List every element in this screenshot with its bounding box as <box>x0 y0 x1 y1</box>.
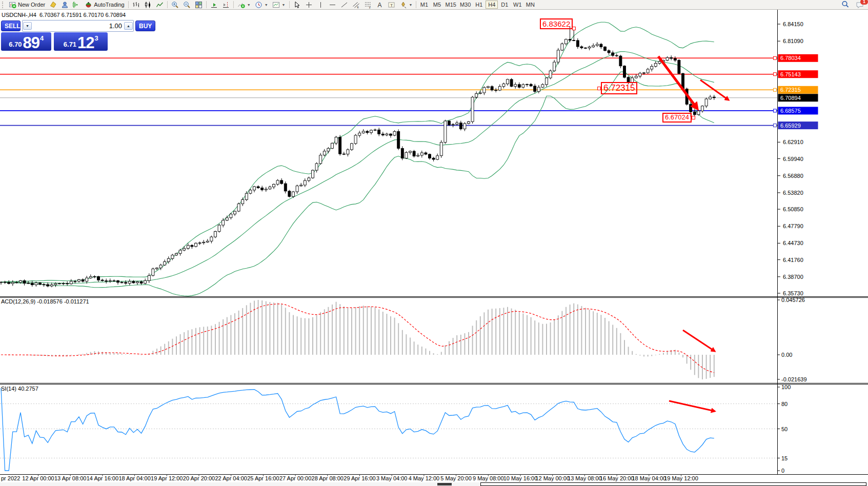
text-tool-button[interactable]: A <box>374 1 386 9</box>
timeframe-button-H4[interactable]: H4 <box>486 1 498 9</box>
buy-price[interactable]: 6.71123 <box>54 32 108 51</box>
symbol-ohlc-line: USDCNH-,H4 6.70367 6.71591 6.70170 6.708… <box>2 12 126 18</box>
volume-increase-button[interactable]: ▲ <box>124 22 133 30</box>
buy-button[interactable]: BUY <box>135 21 155 31</box>
candlestick-chart-icon <box>144 1 152 9</box>
timeframe-button-M5[interactable]: M5 <box>431 1 443 9</box>
svg-text:18 Apr 04:00: 18 Apr 04:00 <box>118 475 150 481</box>
svg-text:6.62910: 6.62910 <box>783 139 803 145</box>
volume-input[interactable] <box>32 22 124 30</box>
toolbar-grip[interactable] <box>2 2 5 8</box>
flag-anchor <box>597 87 601 90</box>
tile-windows-button[interactable] <box>193 1 205 9</box>
horizontal-line-tool-button[interactable] <box>327 1 338 9</box>
timeframe-button-H1[interactable]: H1 <box>473 1 485 9</box>
timeframe-button-M30[interactable]: M30 <box>458 1 472 9</box>
svg-text:pr 2022: pr 2022 <box>1 475 20 481</box>
svg-text:6.84150: 6.84150 <box>783 21 803 27</box>
clock-icon <box>255 1 263 9</box>
timeframe-button-D1[interactable]: D1 <box>498 1 511 9</box>
rsi-indicator-label: SI(14) 40.2757 <box>1 386 38 392</box>
sell-price-big: 89 <box>23 36 39 50</box>
svg-text:6.50850: 6.50850 <box>783 206 803 212</box>
svg-text:6.75143: 6.75143 <box>780 71 801 77</box>
chart-shift-button[interactable] <box>220 1 232 9</box>
toolbar-separator <box>416 1 416 8</box>
text-label-icon: T <box>388 1 395 9</box>
flag-anchor <box>572 27 576 30</box>
toolbar-separator <box>128 1 129 8</box>
svg-text:15: 15 <box>781 455 788 461</box>
timeframe-button-W1[interactable]: W1 <box>511 1 523 9</box>
chevron-down-icon: ▼ <box>282 3 286 7</box>
metaeditor-button[interactable] <box>47 1 59 9</box>
crosshair-tool-button[interactable] <box>303 1 315 9</box>
scrollbar-thumb[interactable] <box>480 482 866 486</box>
scrollbar-segment[interactable] <box>437 483 452 485</box>
zoom-in-icon <box>171 1 179 9</box>
text-icon: A <box>376 1 383 9</box>
horizontal-line-icon <box>329 1 336 9</box>
experts-icon <box>61 1 69 9</box>
periods-button[interactable]: ▼ <box>253 1 270 9</box>
svg-text:-0.021639: -0.021639 <box>781 376 807 382</box>
cursor-tool-button[interactable] <box>291 1 303 9</box>
bar-chart-button[interactable] <box>130 1 142 9</box>
svg-text:6.47790: 6.47790 <box>783 223 803 229</box>
svg-text:6.65929: 6.65929 <box>780 123 801 129</box>
svg-text:0.00: 0.00 <box>781 352 792 358</box>
timeframe-button-M1[interactable]: M1 <box>418 1 430 9</box>
svg-text:25 Apr 16:00: 25 Apr 16:00 <box>247 475 279 481</box>
arrows-tool-button[interactable]: ▼ <box>397 1 415 9</box>
timeframe-button-MN[interactable]: MN <box>524 1 536 9</box>
bar-chart-icon <box>132 1 140 9</box>
tile-windows-icon <box>195 1 203 9</box>
indicators-button[interactable]: ▼ <box>235 1 253 9</box>
svg-text:6.56880: 6.56880 <box>783 173 803 179</box>
svg-text:6.41760: 6.41760 <box>783 257 803 263</box>
sell-price[interactable]: 6.70894 <box>1 32 51 51</box>
annotation-price-flag: 6.72315 <box>601 82 637 94</box>
fibonacci-icon: F <box>364 1 372 9</box>
equidistant-channel-icon: E <box>352 1 360 9</box>
svg-text:18 May 04:00: 18 May 04:00 <box>632 475 666 481</box>
svg-text:19 Apr 12:00: 19 Apr 12:00 <box>151 475 183 481</box>
new-order-label: New Order <box>18 2 45 8</box>
auto-scroll-button[interactable] <box>208 1 220 9</box>
zoom-in-button[interactable] <box>169 1 181 9</box>
toolbar-separator <box>289 1 290 8</box>
svg-text:6.59940: 6.59940 <box>783 156 803 162</box>
zoom-out-button[interactable] <box>181 1 193 9</box>
svg-text:6.53820: 6.53820 <box>783 190 803 196</box>
one-click-trading-panel: SELL ▼ ▲ BUY 6.70894 6.71123 <box>1 21 108 51</box>
chart-canvas[interactable]: 6.841506.810906.629106.599406.568806.538… <box>0 0 868 486</box>
new-order-button[interactable]: New Order <box>7 1 47 9</box>
trendline-tool-button[interactable] <box>338 1 350 9</box>
svg-text:6.78034: 6.78034 <box>780 55 801 61</box>
sell-button[interactable]: SELL <box>1 21 21 31</box>
chart-shift-icon <box>222 1 230 9</box>
vertical-line-icon <box>317 1 325 9</box>
autotrading-icon <box>85 1 92 9</box>
trendline-icon <box>340 1 348 9</box>
search-button[interactable] <box>839 1 852 9</box>
templates-button[interactable]: ▼ <box>270 1 288 9</box>
svg-text:27 Apr 00:00: 27 Apr 00:00 <box>279 475 311 481</box>
autotrading-button[interactable]: AutoTrading <box>83 1 127 9</box>
notification-badge: 1 <box>860 0 868 5</box>
volume-decrease-button[interactable]: ▼ <box>23 22 32 30</box>
experts-button[interactable] <box>59 1 71 9</box>
sell-price-small: 6.70 <box>9 40 22 48</box>
buy-price-small: 6.71 <box>64 40 76 48</box>
fibonacci-tool-button[interactable]: F <box>362 1 374 9</box>
candlestick-chart-button[interactable] <box>142 1 154 9</box>
text-label-tool-button[interactable]: T <box>386 1 397 9</box>
notifications-button[interactable]: 1 <box>854 1 866 9</box>
vertical-line-tool-button[interactable] <box>315 1 327 9</box>
line-chart-button[interactable] <box>154 1 166 9</box>
timeframe-button-M15[interactable]: M15 <box>443 1 457 9</box>
autotrading-label: AutoTrading <box>94 2 125 8</box>
signal-button[interactable] <box>71 1 83 9</box>
channel-tool-button[interactable]: E <box>350 1 362 9</box>
svg-text:80: 80 <box>781 401 788 407</box>
